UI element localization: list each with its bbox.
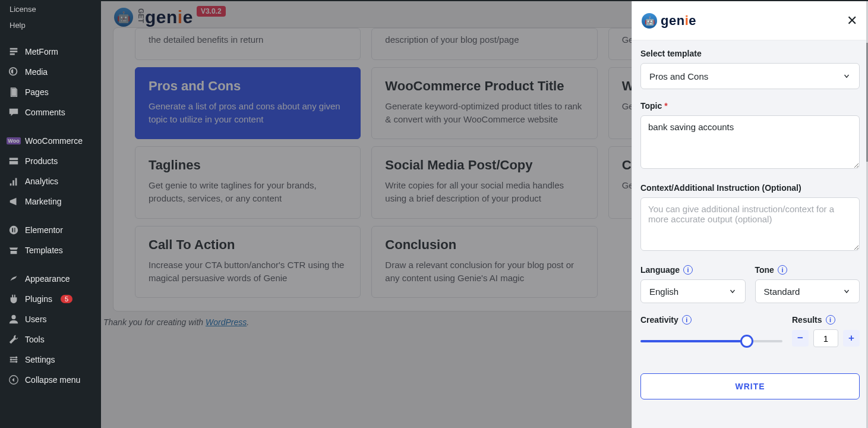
svg-point-2 [11,315,15,319]
svg-point-8 [15,361,18,363]
sidebar-item-users[interactable]: Users [0,309,101,329]
template-card-conclusion[interactable]: Conclusion Draw a relevant conclusion fo… [371,226,597,298]
template-card-woo-title[interactable]: WooCommerce Product Title Generate keywo… [371,67,597,140]
select-template-dropdown[interactable]: Pros and Cons [640,63,860,89]
sidebar-collapse[interactable]: Collapse menu [0,370,101,390]
appearance-icon [8,273,19,284]
slider-thumb[interactable] [740,335,753,348]
sidebar-item-products[interactable]: Products [0,151,101,171]
sidebar-item-tools[interactable]: Tools [0,329,101,350]
woo-icon: Woo [8,136,19,146]
metform-icon [8,46,19,57]
creativity-slider[interactable] [640,340,782,342]
settings-icon [8,354,19,365]
marketing-icon [8,196,19,207]
card-title: Social Media Post/Copy [385,158,583,173]
sidebar-item-analytics[interactable]: Analytics [0,171,101,191]
media-icon [8,67,19,77]
tools-icon [8,334,19,345]
sidebar-item-help[interactable]: Help [0,17,101,33]
sidebar-item-label: Elementor [25,225,63,235]
sidebar-item-pages[interactable]: Pages [0,82,101,102]
sidebar-item-woocommerce[interactable]: Woo WooCommerce [0,131,101,151]
sidebar-item-label: Comments [25,108,65,117]
info-icon[interactable]: i [682,315,692,325]
creativity-label: Creativityi [640,315,782,325]
sidebar-item-appearance[interactable]: Appearance [0,269,101,289]
collapse-icon [8,374,19,385]
template-card-pros-cons[interactable]: Pros and Cons Generate a list of pros an… [135,67,361,140]
sidebar-item-license[interactable]: License [0,1,101,17]
sidebar-item-metform[interactable]: MetForm [0,42,101,62]
sidebar-item-label: Tools [25,335,45,344]
info-icon[interactable]: i [683,265,693,275]
context-label: Context/Additional Instruction (Optional… [640,183,860,193]
comments-icon [8,107,19,118]
template-card-cta[interactable]: Call To Action Increase your CTA button/… [135,226,361,298]
products-icon [8,156,19,166]
context-input[interactable] [640,197,860,251]
chevron-down-icon [842,287,851,295]
language-dropdown[interactable]: English [640,279,746,303]
wp-admin-sidebar: License Help MetForm Media Pages Comment… [0,1,101,428]
sidebar-item-templates[interactable]: Templates [0,240,101,260]
users-icon [8,314,19,325]
plugins-icon [8,294,19,304]
card-desc: Increase your CTA button/anchor's CTR us… [149,259,347,285]
panel-logo: 🤖 genie [642,13,696,29]
chevron-down-icon [728,287,737,295]
sidebar-item-settings[interactable]: Settings [0,350,101,370]
sidebar-item-label: Settings [25,355,55,364]
genie-side-panel: 🤖 genie ✕ Select template Pros and Cons … [632,1,868,428]
elementor-icon [8,225,19,235]
results-decrement[interactable]: − [792,330,809,347]
card-desc: Get genie to write taglines for your bra… [149,179,347,205]
template-card[interactable]: the detailed benefits in return [135,28,361,60]
sidebar-item-label: Pages [25,87,49,97]
sidebar-item-media[interactable]: Media [0,62,101,82]
card-title: Conclusion [385,237,583,253]
sidebar-item-label: Templates [25,246,63,255]
sidebar-item-label: Collapse menu [25,375,80,385]
card-desc: Write copies for all your social media h… [385,179,583,205]
analytics-icon [8,176,19,187]
write-button[interactable]: WRITE [640,373,860,399]
svg-point-6 [15,357,18,359]
svg-rect-5 [10,361,15,363]
select-template-label: Select template [640,49,860,58]
info-icon[interactable]: i [826,315,835,325]
sidebar-item-label: WooCommerce [25,136,83,146]
sidebar-item-comments[interactable]: Comments [0,102,101,122]
wordpress-link[interactable]: WordPress [206,317,247,327]
card-title: Taglines [149,158,347,173]
sidebar-item-plugins[interactable]: Plugins 5 [0,289,101,309]
sidebar-item-label: Analytics [25,177,58,186]
topic-input[interactable] [640,115,860,169]
chevron-down-icon [842,72,851,80]
pages-icon [8,87,19,97]
sidebar-item-label: Marketing [25,197,61,206]
version-badge: V3.0.2 [197,6,226,17]
template-card[interactable]: description of your blog post/page [371,28,597,60]
plugins-update-badge: 5 [61,295,72,303]
tone-label: Tonei [755,265,860,275]
results-input[interactable] [813,329,838,347]
sidebar-item-label: Products [25,156,58,166]
sidebar-item-marketing[interactable]: Marketing [0,191,101,212]
card-desc: Generate keyword-optimized product title… [385,100,583,126]
language-label: Languagei [640,265,746,275]
sidebar-item-label: Media [25,67,48,77]
results-label: Resultsi [792,315,860,325]
card-title: Pros and Cons [149,78,347,94]
sidebar-item-elementor[interactable]: Elementor [0,220,101,240]
close-icon[interactable]: ✕ [847,13,857,29]
svg-point-7 [10,358,12,361]
templates-icon [8,245,19,256]
svg-point-1 [10,226,18,234]
info-icon[interactable]: i [778,265,787,275]
template-card-social[interactable]: Social Media Post/Copy Write copies for … [371,146,597,219]
tone-dropdown[interactable]: Standard [755,279,860,303]
template-card-taglines[interactable]: Taglines Get genie to write taglines for… [135,146,361,219]
card-title: Call To Action [149,237,347,253]
results-increment[interactable]: + [843,330,860,347]
